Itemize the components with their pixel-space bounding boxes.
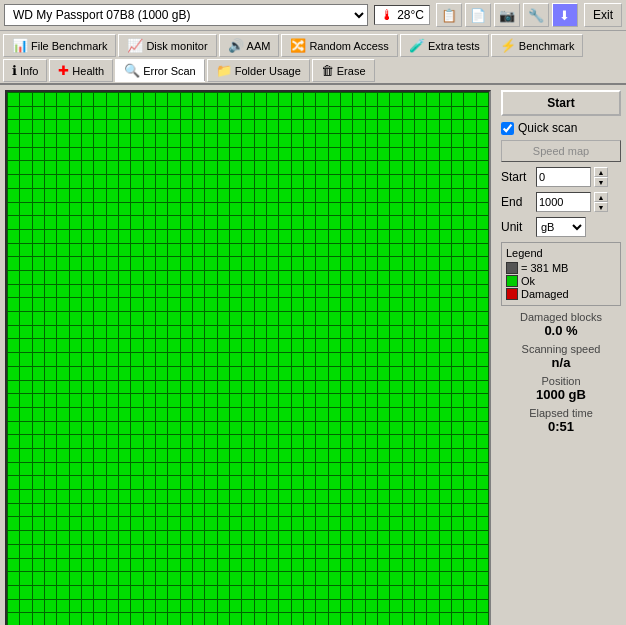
grid-cell: [329, 435, 340, 448]
scan-grid-area: [5, 90, 491, 625]
grid-cell: [255, 203, 266, 216]
start-spin-down[interactable]: ▼: [594, 177, 608, 187]
menu-disk-monitor[interactable]: 📈 Disk monitor: [118, 34, 216, 57]
grid-cell: [45, 244, 56, 257]
grid-cell: [415, 586, 426, 599]
grid-cell: [218, 107, 229, 120]
grid-cell: [452, 216, 463, 229]
download-icon-btn[interactable]: ⬇: [552, 3, 578, 27]
grid-cell: [45, 408, 56, 421]
grid-cell: [267, 285, 278, 298]
grid-cell: [20, 545, 31, 558]
grid-cell: [82, 244, 93, 257]
exit-button[interactable]: Exit: [584, 3, 622, 27]
grid-cell: [427, 257, 438, 270]
wrench-icon-btn[interactable]: 🔧: [523, 3, 549, 27]
menu-info[interactable]: ℹ Info: [3, 59, 47, 82]
grid-cell: [440, 244, 451, 257]
grid-cell: [168, 586, 179, 599]
grid-cell: [378, 572, 389, 585]
menu-erase[interactable]: 🗑 Erase: [312, 59, 375, 82]
end-input[interactable]: [536, 192, 591, 212]
grid-cell: [94, 394, 105, 407]
grid-cell: [329, 381, 340, 394]
grid-cell: [168, 600, 179, 613]
grid-cell: [341, 230, 352, 243]
grid-cell: [316, 353, 327, 366]
grid-cell: [144, 586, 155, 599]
grid-cell: [415, 93, 426, 106]
menu-random-access[interactable]: 🔀 Random Access: [281, 34, 397, 57]
grid-cell: [353, 189, 364, 202]
menu-error-scan[interactable]: 🔍 Error Scan: [115, 59, 205, 82]
grid-cell: [353, 435, 364, 448]
grid-cell: [390, 449, 401, 462]
grid-cell: [8, 435, 19, 448]
grid-cell: [341, 339, 352, 352]
grid-cell: [415, 476, 426, 489]
unit-select[interactable]: gB MB sectors: [536, 217, 586, 237]
grid-cell: [427, 230, 438, 243]
grid-cell: [427, 312, 438, 325]
paste-icon-btn[interactable]: 📄: [465, 3, 491, 27]
grid-cell: [45, 120, 56, 133]
grid-cell: [70, 175, 81, 188]
grid-cell: [279, 216, 290, 229]
grid-cell: [452, 120, 463, 133]
device-select[interactable]: WD My Passport 07B8 (1000 gB): [4, 4, 368, 26]
grid-cell: [415, 435, 426, 448]
grid-cell: [107, 476, 118, 489]
grid-cell: [57, 230, 68, 243]
grid-cell: [415, 394, 426, 407]
grid-cell: [193, 504, 204, 517]
grid-cell: [20, 463, 31, 476]
grid-cell: [292, 381, 303, 394]
menu-folder-usage[interactable]: 📁 Folder Usage: [207, 59, 310, 82]
grid-cell: [304, 203, 315, 216]
grid-cell: [452, 107, 463, 120]
grid-cell: [452, 559, 463, 572]
quick-scan-label[interactable]: Quick scan: [518, 121, 577, 135]
menu-file-benchmark[interactable]: 📊 File Benchmark: [3, 34, 116, 57]
end-spin-down[interactable]: ▼: [594, 202, 608, 212]
grid-cell: [230, 326, 241, 339]
grid-cell: [156, 298, 167, 311]
grid-cell: [415, 216, 426, 229]
menu-aam[interactable]: 🔊 AAM: [219, 34, 280, 57]
menu-health[interactable]: ✚ Health: [49, 59, 113, 82]
grid-cell: [181, 203, 192, 216]
grid-cell: [427, 216, 438, 229]
grid-cell: [390, 257, 401, 270]
end-spin-up[interactable]: ▲: [594, 192, 608, 202]
grid-cell: [390, 476, 401, 489]
grid-cell: [33, 148, 44, 161]
grid-cell: [415, 175, 426, 188]
grid-cell: [316, 613, 327, 625]
grid-cell: [205, 586, 216, 599]
quick-scan-checkbox[interactable]: [501, 122, 514, 135]
menu-benchmark[interactable]: ⚡ Benchmark: [491, 34, 584, 57]
grid-cell: [378, 312, 389, 325]
copy-icon-btn[interactable]: 📋: [436, 3, 462, 27]
grid-cell: [279, 107, 290, 120]
speed-map-button[interactable]: Speed map: [501, 140, 621, 162]
grid-cell: [427, 161, 438, 174]
grid-cell: [403, 613, 414, 625]
grid-cell: [230, 435, 241, 448]
grid-cell: [304, 107, 315, 120]
start-input[interactable]: [536, 167, 591, 187]
menu-extra-tests[interactable]: 🧪 Extra tests: [400, 34, 489, 57]
grid-cell: [218, 161, 229, 174]
grid-cell: [144, 613, 155, 625]
grid-cell: [70, 189, 81, 202]
grid-cell: [316, 559, 327, 572]
camera-icon-btn[interactable]: 📷: [494, 3, 520, 27]
grid-cell: [205, 189, 216, 202]
grid-cell: [107, 148, 118, 161]
start-spin-up[interactable]: ▲: [594, 167, 608, 177]
start-button[interactable]: Start: [501, 90, 621, 116]
grid-cell: [193, 353, 204, 366]
grid-cell: [57, 435, 68, 448]
grid-cell: [20, 134, 31, 147]
grid-cell: [329, 134, 340, 147]
